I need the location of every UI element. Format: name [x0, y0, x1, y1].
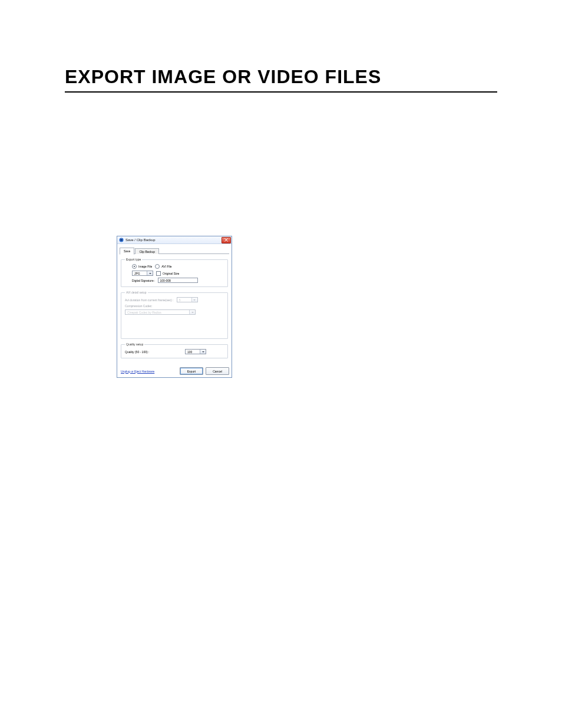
- title-divider: [65, 91, 497, 93]
- svg-point-1: [120, 239, 123, 241]
- checkbox-indicator: [156, 271, 161, 276]
- quality-setup-group: Quality setup Quality (50 - 100) : 100: [121, 342, 228, 358]
- codec-label: Compression Codec:: [125, 304, 153, 308]
- chevron-down-icon: [200, 350, 206, 354]
- dialog-title: Save / Clip Backup: [125, 238, 156, 242]
- export-type-legend: Export type: [125, 258, 142, 261]
- chevron-down-icon: [191, 298, 197, 302]
- dialog-footer: Unplug or Eject Hardware Export Cancel: [117, 365, 232, 377]
- quality-setup-legend: Quality setup: [125, 342, 144, 346]
- original-size-checkbox[interactable]: Original Size: [156, 271, 179, 276]
- export-button[interactable]: Export: [180, 367, 203, 375]
- chevron-down-icon: [189, 310, 195, 314]
- tab-panel-save: Export type Image File AVI File JPG: [117, 254, 232, 365]
- original-size-label: Original Size: [163, 272, 179, 275]
- chevron-down-icon: [147, 271, 153, 275]
- save-clip-backup-dialog: Save / Clip Backup Save Clip Backup: [117, 236, 232, 378]
- quality-value: 100: [186, 350, 200, 354]
- cancel-button-label: Cancel: [213, 370, 222, 373]
- tab-clip-backup[interactable]: Clip Backup: [135, 248, 159, 254]
- avi-duration-value: 5: [177, 298, 191, 302]
- dialog-titlebar: Save / Clip Backup: [117, 236, 232, 244]
- eject-hardware-link[interactable]: Unplug or Eject Hardware: [121, 370, 154, 373]
- image-format-select[interactable]: JPG: [132, 271, 153, 276]
- radio-indicator: [155, 264, 160, 269]
- export-button-label: Export: [187, 370, 196, 373]
- avi-duration-label: Avi duration from current frame(sec) :: [125, 298, 174, 302]
- digital-signature-input[interactable]: 100-008: [158, 278, 198, 283]
- page-title: EXPORT IMAGE OR VIDEO FILES: [65, 66, 497, 88]
- tabstrip: Save Clip Backup: [117, 244, 232, 254]
- radio-avi-file[interactable]: AVI File: [155, 264, 171, 269]
- avi-setup-legend: AVI detail setup: [125, 291, 148, 294]
- svg-rect-2: [121, 238, 122, 239]
- app-icon: [119, 238, 124, 242]
- tab-save[interactable]: Save: [120, 248, 134, 255]
- avi-duration-select: 5: [177, 297, 198, 302]
- digital-signature-value: 100-008: [160, 279, 170, 282]
- codec-select: Cinepak Codec by Radius: [125, 309, 196, 315]
- quality-label: Quality (50 - 100) :: [125, 350, 149, 354]
- close-icon: [224, 238, 228, 242]
- cancel-button[interactable]: Cancel: [206, 367, 229, 375]
- tab-save-label: Save: [124, 249, 130, 253]
- titlebar-left: Save / Clip Backup: [119, 238, 156, 242]
- image-format-value: JPG: [133, 272, 147, 275]
- avi-setup-group: AVI detail setup Avi duration from curre…: [121, 291, 228, 339]
- radio-image-file-label: Image File: [138, 265, 152, 268]
- digital-signature-label: Digital Signature :: [132, 279, 155, 282]
- tab-clip-backup-label: Clip Backup: [139, 250, 155, 253]
- radio-avi-file-label: AVI File: [161, 265, 171, 268]
- codec-value: Cinepak Codec by Radius: [125, 311, 189, 314]
- quality-select[interactable]: 100: [185, 349, 206, 354]
- radio-indicator: [132, 264, 137, 269]
- export-type-group: Export type Image File AVI File JPG: [121, 258, 228, 287]
- close-button[interactable]: [222, 237, 231, 243]
- radio-image-file[interactable]: Image File: [132, 264, 152, 269]
